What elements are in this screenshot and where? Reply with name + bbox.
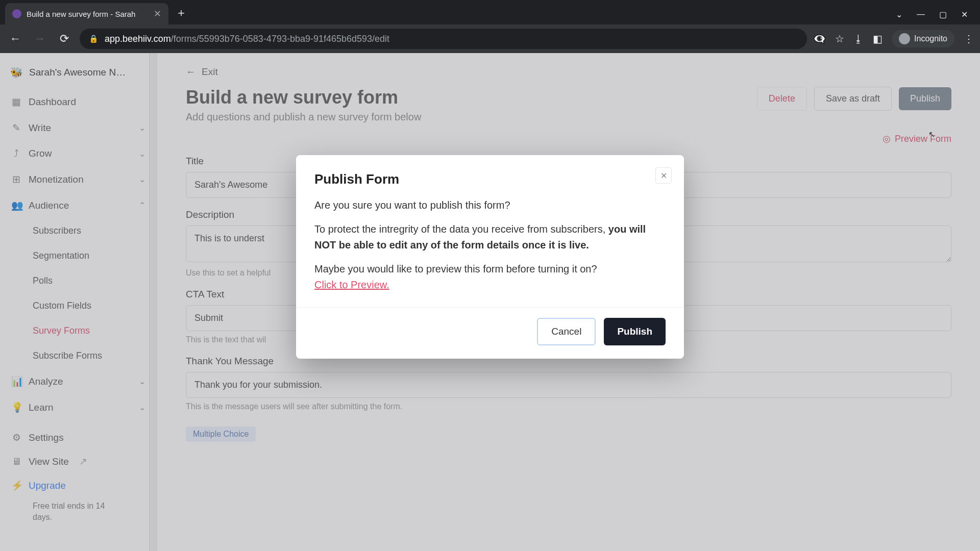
chevron-down-icon[interactable]: ⌄: [896, 10, 902, 19]
url-text: app.beehiiv.com/forms/55993b76-0583-4793…: [105, 34, 389, 44]
close-tab-icon[interactable]: ✕: [154, 8, 161, 19]
star-icon[interactable]: ☆: [835, 33, 844, 45]
lock-icon: 🔒: [89, 34, 99, 43]
modal-publish-button[interactable]: Publish: [604, 318, 666, 345]
minimize-icon[interactable]: ―: [917, 10, 925, 19]
maximize-icon[interactable]: ▢: [939, 10, 947, 19]
modal-preview-prompt: Maybe you would like to preview this for…: [314, 261, 666, 293]
kebab-menu-icon[interactable]: ⋮: [964, 33, 974, 45]
panel-icon[interactable]: ◧: [873, 33, 883, 45]
browser-tab[interactable]: Build a new survey form - Sarah ✕: [5, 3, 168, 24]
modal-cancel-button[interactable]: Cancel: [537, 318, 596, 345]
browser-toolbar: ← → ⟳ 🔒 app.beehiiv.com/forms/55993b76-0…: [0, 24, 980, 53]
incognito-badge[interactable]: Incognito: [892, 30, 954, 47]
forward-button[interactable]: →: [31, 30, 49, 48]
eye-off-icon[interactable]: 👁‍🗨: [813, 33, 826, 45]
favicon-icon: [12, 9, 21, 18]
address-bar[interactable]: 🔒 app.beehiiv.com/forms/55993b76-0583-47…: [80, 29, 807, 49]
tab-title: Build a new survey form - Sarah: [27, 10, 149, 18]
modal-question: Are you sure you want to publish this fo…: [314, 197, 666, 213]
modal-close-button[interactable]: ✕: [655, 167, 672, 184]
back-button[interactable]: ←: [6, 30, 24, 48]
reload-button[interactable]: ⟳: [55, 30, 74, 48]
browser-tab-strip: Build a new survey form - Sarah ✕ ＋ ⌄ ― …: [0, 0, 980, 24]
close-window-icon[interactable]: ✕: [961, 10, 968, 19]
modal-preview-link[interactable]: Click to Preview.: [314, 279, 389, 290]
modal-warning: To protect the intregrity of the data yo…: [314, 221, 666, 253]
incognito-icon: [899, 33, 910, 44]
modal-overlay[interactable]: ✕ Publish Form Are you sure you want to …: [0, 53, 980, 551]
publish-modal: ✕ Publish Form Are you sure you want to …: [296, 155, 684, 359]
window-controls: ⌄ ― ▢ ✕: [896, 10, 980, 24]
download-icon[interactable]: ⭳: [853, 33, 864, 45]
modal-title: Publish Form: [314, 171, 666, 187]
new-tab-button[interactable]: ＋: [176, 5, 187, 20]
